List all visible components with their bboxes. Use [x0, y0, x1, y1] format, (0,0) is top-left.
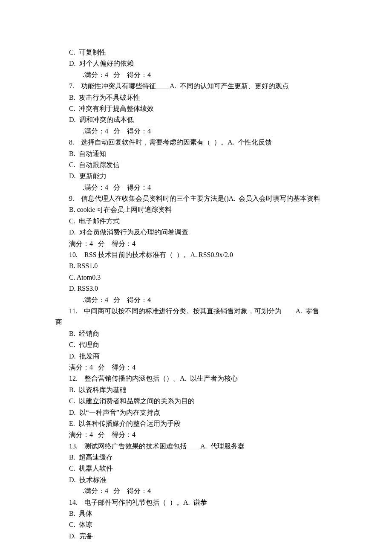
text-line: B. 自动通知 [55, 148, 337, 159]
text-line: 满分：4 分 得分：4 [55, 238, 337, 249]
text-line: D. 完备 [55, 531, 337, 542]
text-line: C. 代理商 [55, 339, 337, 350]
text-line: .满分：4 分 得分：4 [55, 295, 337, 306]
text-line: B. 以资料库为基础 [55, 384, 337, 396]
text-line: C. 可复制性 [55, 47, 337, 58]
text-line: 商 [55, 317, 337, 328]
text-line: D. 对个人偏好的依赖 [55, 58, 337, 69]
text-line: 满分：4 分 得分：4 [55, 362, 337, 373]
text-line: C. 冲突有利于提高整体绩效 [55, 103, 337, 114]
text-line: .满分：4 分 得分：4 [55, 126, 337, 137]
text-line: 12. 整合营销传播的内涵包括（）。A. 以生产者为核心 [55, 373, 337, 384]
text-line: B. 超高速缓存 [55, 452, 337, 463]
text-line: 满分：4 分 得分：4 [55, 429, 337, 440]
text-line: C. 电子邮件方式 [55, 216, 337, 227]
document-page: C. 可复制性D. 对个人偏好的依赖.满分：4 分 得分：47. 功能性冲突具有… [0, 0, 392, 555]
text-line: B. cookie 可在会员上网时追踪资料 [55, 204, 337, 215]
text-line: C. 体谅 [55, 519, 337, 530]
text-line: .满分：4 分 得分：4 [55, 182, 337, 193]
text-line: .满分：4 分 得分：4 [55, 486, 337, 497]
text-line: B. RSS1.0 [55, 260, 337, 272]
text-line: 8. 选择自动回复软件时，需要考虑的因素有（ ）。A. 个性化反馈 [55, 137, 337, 148]
text-line: C. 机器人软件 [55, 463, 337, 474]
text-line: 9. 信息代理人在收集会员资料时的三个主要方法是()A. 会员入会时填写的基本资… [55, 193, 337, 204]
text-line: 7. 功能性冲突具有哪些特征____A. 不同的认知可产生更新、更好的观点 [55, 81, 337, 92]
text-line: B. 经销商 [55, 328, 337, 339]
text-line: E. 以各种传播媒介的整合运用为手段 [55, 418, 337, 429]
text-line: D. 调和冲突的成本低 [55, 114, 337, 125]
text-line: C. 以建立消费者和品牌之间的关系为目的 [55, 396, 337, 407]
text-line: D. 批发商 [55, 351, 337, 362]
text-line: B. 攻击行为不具破坏性 [55, 92, 337, 103]
text-line: C. 自动跟踪发信 [55, 159, 337, 171]
text-line: D. 更新能力 [55, 171, 337, 182]
text-line: 10. RSS 技术目前的技术标准有（ ）。A. RSS0.9x/2.0 [55, 249, 337, 260]
text-line: 14. 电子邮件写作的礼节包括（ ）。A. 谦恭 [55, 497, 337, 508]
text-line: D. 技术标准 [55, 474, 337, 486]
text-line: D. 对会员做消费行为及心理的问卷调查 [55, 227, 337, 238]
text-line: 13. 测试网络广告效果的技术困难包括____A. 代理服务器 [55, 441, 337, 452]
text-line: B. 具体 [55, 508, 337, 519]
text-line: 11. 中间商可以按不同的标准进行分类。按其直接销售对象，可划分为____A. … [55, 306, 337, 317]
text-line: D. 以“一种声音”为内在支持点 [55, 407, 337, 418]
text-line: D. RSS3.0 [55, 283, 337, 294]
text-line: C. Atom0.3 [55, 272, 337, 283]
text-line: .满分：4 分 得分：4 [55, 69, 337, 81]
